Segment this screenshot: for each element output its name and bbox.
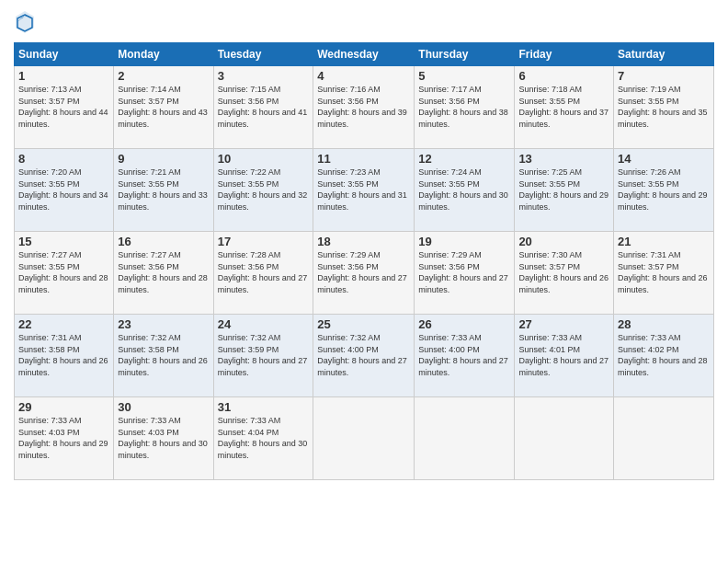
calendar-cell: 3 Sunrise: 7:15 AMSunset: 3:56 PMDayligh… [213,66,313,149]
day-number: 28 [618,317,710,331]
col-friday: Friday [515,43,614,66]
calendar-week-row: 29 Sunrise: 7:33 AMSunset: 4:03 PMDaylig… [15,397,714,480]
calendar-cell [415,397,515,480]
day-number: 27 [518,317,609,331]
calendar-table: Sunday Monday Tuesday Wednesday Thursday… [14,42,714,480]
day-info: Sunrise: 7:33 AMSunset: 4:01 PMDaylight:… [518,333,609,377]
calendar-week-row: 8 Sunrise: 7:20 AMSunset: 3:55 PMDayligh… [15,149,714,232]
day-number: 25 [317,317,410,331]
calendar-cell: 12 Sunrise: 7:24 AMSunset: 3:55 PMDaylig… [415,149,515,232]
col-tuesday: Tuesday [213,43,313,66]
day-info: Sunrise: 7:26 AMSunset: 3:55 PMDaylight:… [618,167,708,212]
day-number: 20 [518,235,609,248]
day-info: Sunrise: 7:31 AMSunset: 3:58 PMDaylight:… [18,333,108,377]
day-number: 17 [218,235,310,248]
day-number: 31 [218,400,310,414]
calendar-cell: 26 Sunrise: 7:33 AMSunset: 4:00 PMDaylig… [415,315,515,397]
day-info: Sunrise: 7:19 AMSunset: 3:55 PMDaylight:… [618,85,708,129]
logo-icon [14,9,36,35]
day-info: Sunrise: 7:28 AMSunset: 3:56 PMDaylight:… [218,250,308,294]
col-thursday: Thursday [415,43,515,66]
calendar-cell: 17 Sunrise: 7:28 AMSunset: 3:56 PMDaylig… [213,232,313,315]
calendar-week-row: 1 Sunrise: 7:13 AMSunset: 3:57 PMDayligh… [15,66,714,149]
day-number: 23 [118,317,209,331]
calendar-cell: 6 Sunrise: 7:18 AMSunset: 3:55 PMDayligh… [515,66,614,149]
col-sunday: Sunday [15,43,114,66]
calendar-cell: 1 Sunrise: 7:13 AMSunset: 3:57 PMDayligh… [15,66,114,149]
calendar-cell: 28 Sunrise: 7:33 AMSunset: 4:02 PMDaylig… [614,315,714,397]
calendar-cell: 7 Sunrise: 7:19 AMSunset: 3:55 PMDayligh… [614,66,714,149]
calendar-header-row: Sunday Monday Tuesday Wednesday Thursday… [15,43,714,66]
day-info: Sunrise: 7:33 AMSunset: 4:03 PMDaylight:… [118,416,208,460]
calendar-cell: 4 Sunrise: 7:16 AMSunset: 3:56 PMDayligh… [313,66,415,149]
calendar-cell: 31 Sunrise: 7:33 AMSunset: 4:04 PMDaylig… [213,397,313,480]
day-info: Sunrise: 7:13 AMSunset: 3:57 PMDaylight:… [18,85,108,129]
day-info: Sunrise: 7:23 AMSunset: 3:55 PMDaylight:… [317,167,407,212]
calendar-cell: 27 Sunrise: 7:33 AMSunset: 4:01 PMDaylig… [515,315,614,397]
day-number: 29 [18,400,109,414]
col-wednesday: Wednesday [313,43,415,66]
day-number: 14 [618,152,710,166]
day-number: 21 [618,235,710,248]
day-number: 5 [418,69,510,83]
day-info: Sunrise: 7:27 AMSunset: 3:56 PMDaylight:… [118,250,208,294]
calendar-week-row: 15 Sunrise: 7:27 AMSunset: 3:55 PMDaylig… [15,232,714,315]
calendar-cell: 9 Sunrise: 7:21 AMSunset: 3:55 PMDayligh… [114,149,213,232]
calendar-cell: 13 Sunrise: 7:25 AMSunset: 3:55 PMDaylig… [515,149,614,232]
day-info: Sunrise: 7:33 AMSunset: 4:04 PMDaylight:… [218,416,308,460]
day-number: 4 [317,69,410,83]
day-number: 10 [218,152,310,166]
day-number: 11 [317,152,410,166]
day-number: 6 [518,69,609,83]
calendar-cell [614,397,714,480]
col-saturday: Saturday [614,43,714,66]
day-number: 2 [118,69,209,83]
day-info: Sunrise: 7:22 AMSunset: 3:55 PMDaylight:… [218,167,308,212]
calendar-cell: 15 Sunrise: 7:27 AMSunset: 3:55 PMDaylig… [15,232,114,315]
calendar-page: Sunday Monday Tuesday Wednesday Thursday… [0,0,728,563]
day-number: 26 [418,317,510,331]
day-info: Sunrise: 7:30 AMSunset: 3:57 PMDaylight:… [518,250,609,294]
day-info: Sunrise: 7:29 AMSunset: 3:56 PMDaylight:… [317,250,407,294]
calendar-cell: 24 Sunrise: 7:32 AMSunset: 3:59 PMDaylig… [213,315,313,397]
day-number: 7 [618,69,710,83]
calendar-cell: 23 Sunrise: 7:32 AMSunset: 3:58 PMDaylig… [114,315,213,397]
day-info: Sunrise: 7:18 AMSunset: 3:55 PMDaylight:… [518,85,609,129]
day-info: Sunrise: 7:15 AMSunset: 3:56 PMDaylight:… [218,85,308,129]
calendar-cell: 11 Sunrise: 7:23 AMSunset: 3:55 PMDaylig… [313,149,415,232]
calendar-cell: 8 Sunrise: 7:20 AMSunset: 3:55 PMDayligh… [15,149,114,232]
calendar-cell: 2 Sunrise: 7:14 AMSunset: 3:57 PMDayligh… [114,66,213,149]
day-info: Sunrise: 7:32 AMSunset: 3:59 PMDaylight:… [218,333,308,377]
day-info: Sunrise: 7:29 AMSunset: 3:56 PMDaylight:… [418,250,508,294]
calendar-cell: 10 Sunrise: 7:22 AMSunset: 3:55 PMDaylig… [213,149,313,232]
calendar-cell: 25 Sunrise: 7:32 AMSunset: 4:00 PMDaylig… [313,315,415,397]
calendar-cell: 18 Sunrise: 7:29 AMSunset: 3:56 PMDaylig… [313,232,415,315]
day-number: 8 [18,152,109,166]
day-info: Sunrise: 7:21 AMSunset: 3:55 PMDaylight:… [118,167,208,212]
calendar-cell: 22 Sunrise: 7:31 AMSunset: 3:58 PMDaylig… [15,315,114,397]
day-number: 1 [18,69,109,83]
day-number: 12 [418,152,510,166]
day-number: 9 [118,152,209,166]
day-info: Sunrise: 7:14 AMSunset: 3:57 PMDaylight:… [118,85,208,129]
calendar-cell: 5 Sunrise: 7:17 AMSunset: 3:56 PMDayligh… [415,66,515,149]
day-info: Sunrise: 7:17 AMSunset: 3:56 PMDaylight:… [418,85,508,129]
day-info: Sunrise: 7:32 AMSunset: 4:00 PMDaylight:… [317,333,407,377]
col-monday: Monday [114,43,213,66]
calendar-cell: 29 Sunrise: 7:33 AMSunset: 4:03 PMDaylig… [15,397,114,480]
day-info: Sunrise: 7:33 AMSunset: 4:03 PMDaylight:… [18,416,108,460]
calendar-cell: 30 Sunrise: 7:33 AMSunset: 4:03 PMDaylig… [114,397,213,480]
calendar-cell [313,397,415,480]
day-number: 24 [218,317,310,331]
day-number: 13 [518,152,609,166]
calendar-cell: 19 Sunrise: 7:29 AMSunset: 3:56 PMDaylig… [415,232,515,315]
day-info: Sunrise: 7:32 AMSunset: 3:58 PMDaylight:… [118,333,208,377]
day-number: 19 [418,235,510,248]
day-number: 15 [18,235,109,248]
day-number: 22 [18,317,109,331]
day-number: 3 [218,69,310,83]
day-info: Sunrise: 7:16 AMSunset: 3:56 PMDaylight:… [317,85,407,129]
day-info: Sunrise: 7:24 AMSunset: 3:55 PMDaylight:… [418,167,508,212]
day-info: Sunrise: 7:31 AMSunset: 3:57 PMDaylight:… [618,250,708,294]
day-number: 18 [317,235,410,248]
